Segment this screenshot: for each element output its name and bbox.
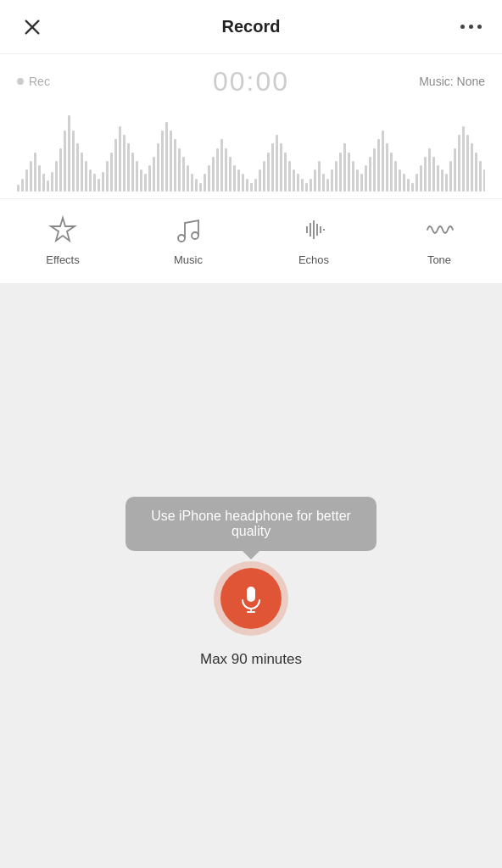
waveform-bar: [339, 153, 342, 192]
main-recording-area: Use iPhone headphone for better quality …: [0, 283, 502, 868]
waveform-bar: [204, 174, 206, 192]
record-area: Use iPhone headphone for better quality …: [126, 497, 376, 668]
waveform-bar: [212, 157, 215, 192]
waveform-bar: [394, 161, 397, 192]
waveform-bar: [276, 135, 278, 192]
waveform-bar: [280, 143, 282, 192]
waveform-bar: [170, 131, 172, 192]
page-title: Record: [222, 17, 281, 36]
waveform-bar: [403, 174, 405, 192]
waveform-bar: [335, 161, 337, 192]
tone-button[interactable]: Tone: [376, 213, 502, 266]
waveform-bar: [127, 143, 130, 192]
effects-button[interactable]: Effects: [0, 213, 126, 266]
waveform-bar: [81, 153, 83, 192]
waveform-bar: [449, 161, 452, 192]
waveform-bar: [233, 165, 236, 192]
waveform-bar: [356, 170, 359, 192]
waveform-bar: [30, 161, 32, 192]
waveform-bar: [136, 161, 138, 192]
close-button[interactable]: [20, 15, 44, 39]
waveform-bar: [51, 172, 53, 192]
waveform-bar: [445, 174, 448, 192]
more-dot: [469, 25, 473, 29]
waveform-bar: [411, 183, 414, 192]
waveform-bar: [428, 148, 431, 192]
waveform-bar: [42, 174, 45, 192]
tooltip-text: Use iPhone headphone for better quality: [126, 497, 376, 551]
waveform-bar: [458, 135, 460, 192]
echos-button[interactable]: Echos: [251, 213, 376, 266]
waveform-bar: [195, 179, 198, 192]
waveform-bar: [157, 143, 159, 192]
waveform-bar: [483, 170, 485, 192]
music-button[interactable]: Music: [126, 213, 251, 266]
waveform-bar: [199, 183, 202, 192]
record-button-inner: [220, 568, 282, 629]
rec-indicator: [17, 78, 24, 85]
waveform-bar: [432, 157, 435, 192]
waveform-bar: [424, 157, 427, 192]
waveform-bar: [178, 148, 181, 192]
waveform-bar: [119, 126, 121, 192]
waveform-bar: [114, 139, 117, 192]
waveform-bar: [454, 148, 456, 192]
waveform-bar: [21, 179, 24, 192]
record-button[interactable]: [214, 561, 288, 636]
waveform-bar: [165, 122, 168, 192]
waveform-bar: [331, 170, 333, 192]
waveform-bar: [246, 179, 248, 192]
waveform-bar: [437, 165, 439, 192]
waveform-display: [17, 105, 485, 198]
waveform-bar: [25, 170, 28, 192]
waveform-bar: [462, 126, 465, 192]
rec-label: Rec: [17, 75, 50, 88]
waveform-bar: [68, 115, 70, 192]
svg-point-4: [192, 232, 198, 239]
tone-label: Tone: [427, 253, 451, 266]
waveform-bar: [267, 153, 270, 192]
waveform-bar: [420, 165, 422, 192]
waveform-bar: [382, 131, 384, 192]
waveform-bar: [174, 139, 176, 192]
waveform-bar: [479, 161, 482, 192]
waveform-bar: [373, 148, 376, 192]
waveform-bar: [229, 157, 231, 192]
waveform-bar: [352, 161, 354, 192]
waveform-bar: [17, 185, 20, 192]
waveform-bar: [441, 170, 443, 192]
waveform-bar: [254, 179, 257, 192]
waveform-bar: [161, 131, 164, 192]
waveform-bar: [271, 143, 274, 192]
waveform-bar: [64, 131, 66, 192]
toolbar: Effects Music Echos: [0, 198, 502, 283]
more-button[interactable]: [460, 25, 482, 29]
svg-point-3: [178, 235, 185, 242]
waveform-bar: [386, 143, 388, 192]
waveform-bar: [148, 165, 151, 192]
waveform-bar: [131, 153, 134, 192]
waveform-bar: [326, 179, 329, 192]
waveform-bar: [318, 161, 321, 192]
echos-icon: [297, 213, 331, 247]
waveform-bar: [237, 170, 240, 192]
waveform-bar: [348, 153, 350, 192]
effects-label: Effects: [46, 253, 80, 266]
waveform-bar: [390, 153, 393, 192]
waveform-bar: [297, 174, 299, 192]
waveform-bar: [220, 139, 223, 192]
waveform-bar: [102, 172, 104, 192]
waveform-bar: [34, 153, 36, 192]
music-icon: [171, 213, 205, 247]
waveform-bar: [250, 183, 253, 192]
waveform-bar: [310, 179, 312, 192]
max-duration-label: Max 90 minutes: [200, 651, 302, 668]
waveform-bar: [242, 174, 244, 192]
waveform-bar: [59, 148, 62, 192]
waveform-bar: [140, 170, 142, 192]
waveform-bar: [343, 143, 346, 192]
waveform-bar: [301, 179, 304, 192]
waveform-bar: [288, 161, 291, 192]
waveform-bar: [191, 174, 193, 192]
waveform-bar: [110, 153, 113, 192]
